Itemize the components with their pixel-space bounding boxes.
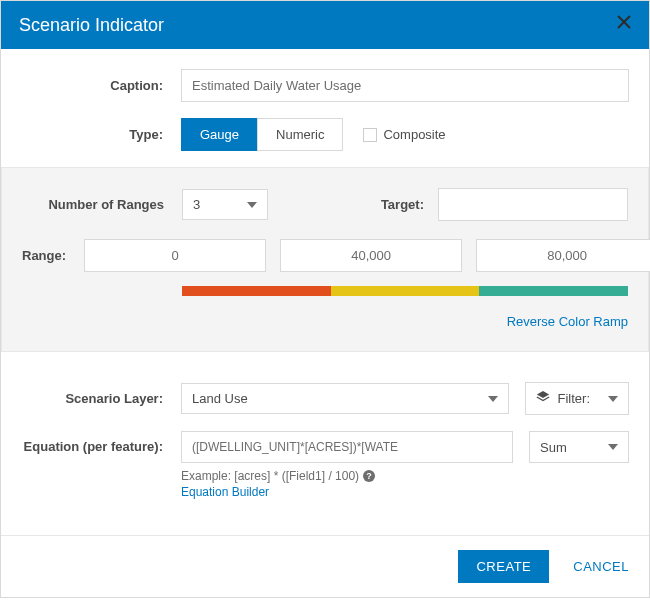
dialog-footer: CREATE CANCEL: [1, 535, 649, 597]
num-ranges-select[interactable]: 3: [182, 189, 268, 220]
caption-label: Caption:: [21, 78, 181, 93]
range-input-0[interactable]: [84, 239, 266, 272]
filter-button[interactable]: Filter:: [525, 382, 630, 415]
color-segment-green: [479, 286, 628, 296]
range-input-2[interactable]: [476, 239, 650, 272]
equation-example-text: Example: [acres] * ([Field1] / 100): [181, 469, 359, 483]
ranges-panel: Number of Ranges 3 Target: Range:: [1, 167, 649, 352]
type-label: Type:: [21, 127, 181, 142]
scenario-layer-value: Land Use: [192, 391, 248, 406]
create-button[interactable]: CREATE: [458, 550, 549, 583]
color-segment-yellow: [331, 286, 480, 296]
cancel-button[interactable]: CANCEL: [573, 559, 629, 574]
scenario-layer-label: Scenario Layer:: [21, 391, 181, 406]
caption-row: Caption:: [21, 69, 629, 102]
type-numeric-button[interactable]: Numeric: [257, 118, 343, 151]
dialog-header: Scenario Indicator: [1, 1, 649, 49]
checkbox-icon: [363, 128, 377, 142]
num-ranges-value: 3: [193, 197, 200, 212]
help-icon[interactable]: ?: [363, 470, 375, 482]
aggregation-select[interactable]: Sum: [529, 431, 629, 463]
aggregation-value: Sum: [540, 440, 567, 455]
chevron-down-icon: [608, 444, 618, 450]
reverse-color-ramp-link[interactable]: Reverse Color Ramp: [507, 314, 628, 329]
chevron-down-icon: [488, 396, 498, 402]
equation-builder-link[interactable]: Equation Builder: [181, 485, 269, 499]
equation-row: Equation (per feature): Sum Example: [ac…: [21, 431, 629, 499]
chevron-down-icon: [608, 396, 618, 402]
type-toggle-group: Gauge Numeric: [181, 118, 343, 151]
scenario-layer-select[interactable]: Land Use: [181, 383, 509, 414]
composite-checkbox-wrap[interactable]: Composite: [363, 127, 445, 142]
num-ranges-label: Number of Ranges: [22, 197, 182, 212]
type-gauge-button[interactable]: Gauge: [181, 118, 257, 151]
equation-input[interactable]: [181, 431, 513, 463]
dialog-title: Scenario Indicator: [19, 15, 164, 36]
range-label: Range:: [22, 248, 84, 263]
color-segment-red: [182, 286, 331, 296]
scenario-indicator-dialog: Scenario Indicator Caption: Type: Gauge …: [0, 0, 650, 598]
chevron-down-icon: [247, 202, 257, 208]
filter-label: Filter:: [558, 391, 591, 406]
layers-icon: [536, 390, 550, 407]
range-input-1[interactable]: [280, 239, 462, 272]
type-row: Type: Gauge Numeric Composite: [21, 118, 629, 151]
dialog-body: Caption: Type: Gauge Numeric Composite N…: [1, 49, 649, 535]
composite-label: Composite: [383, 127, 445, 142]
close-icon[interactable]: [615, 13, 633, 34]
target-label: Target:: [381, 197, 424, 212]
target-input[interactable]: [438, 188, 628, 221]
equation-label: Equation (per feature):: [21, 431, 181, 456]
scenario-layer-row: Scenario Layer: Land Use Filter:: [21, 382, 629, 415]
color-ramp-bar: [182, 286, 628, 296]
caption-input[interactable]: [181, 69, 629, 102]
